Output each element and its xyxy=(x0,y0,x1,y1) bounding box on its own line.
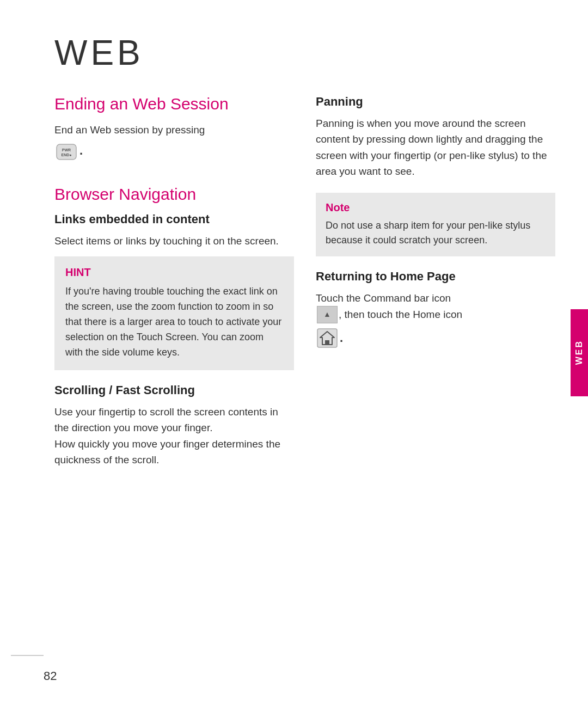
links-body: Select items or links by touching it on … xyxy=(54,233,294,249)
side-line xyxy=(11,655,44,656)
pwr-end-icon-wrap: PWR END● . xyxy=(54,138,83,164)
hint-box: HINT If you're having trouble touching t… xyxy=(54,256,294,370)
ending-body: End an Web session by pressing PWR END● xyxy=(54,122,294,169)
hint-label: HINT xyxy=(65,266,283,279)
scrolling-section: Scrolling / Fast Scrolling Use your fing… xyxy=(54,383,294,468)
browser-nav-section: Browser Navigation Links embedded in con… xyxy=(54,185,294,370)
panning-section: Panning Panning is when you move around … xyxy=(316,95,555,180)
note-box: Note Do not use a sharp item for your pe… xyxy=(316,193,555,256)
returning-heading: Returning to Home Page xyxy=(316,269,555,284)
pwr-end-icon: PWR END● xyxy=(54,140,78,164)
side-tab-label: WEB xyxy=(574,340,584,365)
side-tab: WEB xyxy=(571,309,588,396)
panning-heading: Panning xyxy=(316,95,555,109)
left-column: Ending an Web Session End an Web session… xyxy=(54,95,294,476)
svg-text:END●: END● xyxy=(61,153,71,157)
ending-section: Ending an Web Session End an Web session… xyxy=(54,95,294,169)
svg-text:PWR: PWR xyxy=(62,148,71,152)
svg-rect-0 xyxy=(57,144,76,160)
svg-rect-5 xyxy=(325,340,329,345)
home-icon-wrap: . xyxy=(316,328,343,348)
two-column-layout: Ending an Web Session End an Web session… xyxy=(54,95,555,476)
ending-heading: Ending an Web Session xyxy=(54,95,294,113)
page-title: WEB xyxy=(54,33,555,73)
page-number: 82 xyxy=(44,669,57,683)
browser-nav-heading: Browser Navigation xyxy=(54,185,294,204)
scrolling-body: Use your fingertip to scroll the screen … xyxy=(54,404,294,468)
panning-body: Panning is when you move around the scre… xyxy=(316,115,555,180)
returning-section: Returning to Home Page Touch the Command… xyxy=(316,269,555,352)
right-column: Panning Panning is when you move around … xyxy=(316,95,555,476)
note-label: Note xyxy=(326,201,546,214)
returning-body: Touch the Command bar icon , then touch … xyxy=(316,290,555,352)
cmd-bar-icon-wrap: , then touch the Home icon xyxy=(316,306,462,323)
cmd-bar-icon xyxy=(317,306,338,323)
scrolling-heading: Scrolling / Fast Scrolling xyxy=(54,383,294,397)
hint-text: If you're having trouble touching the ex… xyxy=(65,284,283,360)
page-container: WEB Ending an Web Session End an Web ses… xyxy=(0,0,588,705)
links-subheading: Links embedded in content xyxy=(54,212,294,226)
note-text: Do not use a sharp item for your pen-lik… xyxy=(326,218,546,248)
home-icon xyxy=(317,328,338,348)
